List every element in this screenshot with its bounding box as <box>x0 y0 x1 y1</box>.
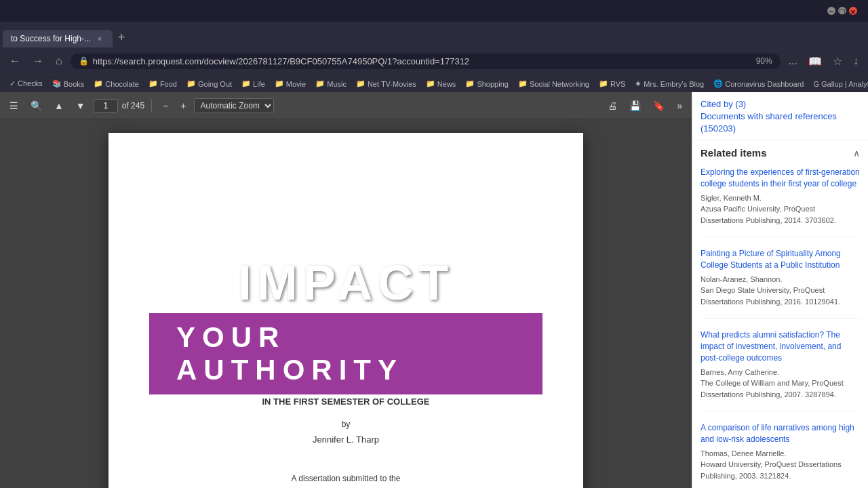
pdf-title-line3: IN THE FIRST SEMESTER OF COLLEGE <box>149 396 542 408</box>
related-item-3-publisher: Howard University, ProQuest Dissertation… <box>701 459 860 481</box>
pdf-page-input[interactable] <box>94 99 118 113</box>
bookmark-food[interactable]: 📁 Food <box>144 78 181 89</box>
related-item-0-title[interactable]: Exploring the experiences of first-gener… <box>701 167 860 190</box>
tab-bar: to Success for High-... × + <box>0 22 868 47</box>
bookmark-life[interactable]: 📁 Life <box>237 78 269 89</box>
home-button[interactable]: ⌂ <box>52 52 66 70</box>
pdf-viewer: ☰ 🔍 ▲ ▼ of 245 − + Automatic Zoom 🖨 💾 🔖 … <box>0 92 692 488</box>
bookmark-going-out[interactable]: 📁 Going Out <box>182 78 236 89</box>
pdf-toolbar: ☰ 🔍 ▲ ▼ of 245 − + Automatic Zoom 🖨 💾 🔖 … <box>0 92 692 119</box>
cited-by-link[interactable]: Cited by (3) <box>701 99 746 109</box>
bookmark-rvs[interactable]: 📁 RVS <box>595 78 629 89</box>
related-items-collapse-button[interactable]: ∧ <box>853 148 860 159</box>
bookmark-coronavirus[interactable]: 🌐 Coronavirus Dashboard <box>709 78 808 89</box>
pdf-more-button[interactable]: » <box>673 98 686 114</box>
bookmark-button[interactable]: ☆ <box>829 52 846 70</box>
url-input[interactable] <box>93 56 752 66</box>
related-item-1-publisher: San Diego State University, ProQuest Dis… <box>701 285 860 307</box>
pdf-submitted-line1: A dissertation submitted to the <box>149 472 542 487</box>
reader-view-button[interactable]: 📖 <box>804 52 826 70</box>
bookmark-music[interactable]: 📁 Music <box>311 78 351 89</box>
bookmark-gallup[interactable]: G Gallup | Analytics a... <box>809 79 868 89</box>
pdf-next-page[interactable]: ▼ <box>72 98 90 114</box>
zoom-level: 90% <box>756 56 772 66</box>
related-item-3: A comparison of life narratives among hi… <box>701 422 860 488</box>
pdf-zoom-in[interactable]: + <box>176 98 190 114</box>
tab-label: to Success for High-... <box>11 34 91 43</box>
pdf-sidebar-toggle[interactable]: ☰ <box>5 98 22 114</box>
related-items-title: Related items <box>701 147 767 159</box>
pdf-by-label: by <box>149 420 542 429</box>
pdf-page: IMPACT YOUR AUTHORITY AZUSA PACIFIC UNIV… <box>108 133 583 488</box>
related-items-header: Related items ∧ <box>701 147 860 159</box>
maximize-button[interactable]: □ <box>838 7 846 15</box>
bookmark-movie[interactable]: 📁 Movie <box>271 78 310 89</box>
bookmarks-checks[interactable]: ✓ Checks <box>5 78 47 89</box>
title-bar-controls: − □ × <box>827 7 857 15</box>
related-item-2-author: Barnes, Amy Catherine. <box>701 367 860 378</box>
related-item-0: Exploring the experiences of first-gener… <box>701 167 860 237</box>
lock-icon: 🔒 <box>79 56 89 66</box>
bookmark-embry-blog[interactable]: ★ Mrs. Embry's Blog <box>631 78 708 89</box>
close-button[interactable]: × <box>849 7 857 15</box>
bookmark-shopping[interactable]: 📁 Shopping <box>461 78 513 89</box>
related-item-2-title[interactable]: What predicts alumni satisfaction? The i… <box>701 329 860 363</box>
pdf-content[interactable]: IMPACT YOUR AUTHORITY AZUSA PACIFIC UNIV… <box>0 119 692 488</box>
related-items-section: Related items ∧ Exploring the experience… <box>692 140 868 488</box>
related-item-1-author: Nolan-Aranez, Shannon. <box>701 274 860 285</box>
nav-extras: ... 📖 ☆ ↓ <box>785 52 863 70</box>
browser-chrome: − □ × to Success for High-... × + ← → ⌂ … <box>0 0 868 92</box>
download-button[interactable]: ↓ <box>849 52 863 70</box>
minimize-button[interactable]: − <box>827 7 835 15</box>
pdf-author: Jennifer L. Tharp <box>149 434 542 445</box>
pdf-authority-text: YOUR AUTHORITY <box>176 321 515 386</box>
title-bar: − □ × <box>0 0 868 22</box>
tab-close-button[interactable]: × <box>95 34 104 43</box>
bookmark-social[interactable]: 📁 Social Networking <box>514 78 593 89</box>
bookmark-books[interactable]: 📚 Books <box>48 78 89 89</box>
pdf-authority-banner: YOUR AUTHORITY <box>149 313 542 394</box>
new-tab-button[interactable]: + <box>113 28 131 47</box>
right-sidebar: Cited by (3) Documents with shared refer… <box>692 92 868 488</box>
related-item-3-author: Thomas, Denee Marrielle. <box>701 448 860 460</box>
forward-button[interactable]: → <box>28 52 47 70</box>
pdf-separator-1 <box>151 99 152 113</box>
pdf-overlay: IMPACT YOUR AUTHORITY <box>149 255 542 394</box>
related-item-1-title[interactable]: Painting a Picture of Spirituality Among… <box>701 248 860 271</box>
pdf-impact-text: IMPACT <box>238 255 454 310</box>
sidebar-top: Cited by (3) Documents with shared refer… <box>692 92 868 140</box>
shared-refs-link[interactable]: Documents with shared references (150203… <box>701 111 837 134</box>
pdf-zoom-out[interactable]: − <box>159 98 172 114</box>
more-button[interactable]: ... <box>785 52 802 70</box>
pdf-zoom-select[interactable]: Automatic Zoom <box>194 98 274 113</box>
pdf-bookmark-button[interactable]: 🔖 <box>649 98 669 114</box>
related-item-0-publisher: Azusa Pacific University, ProQuest Disse… <box>701 203 860 226</box>
pdf-submitted: A dissertation submitted to the School o… <box>149 472 542 488</box>
pdf-prev-page[interactable]: ▲ <box>50 98 68 114</box>
pdf-search-button[interactable]: 🔍 <box>26 98 46 114</box>
related-item-2-publisher: The College of William and Mary, ProQues… <box>701 378 860 400</box>
related-item-2: What predicts alumni satisfaction? The i… <box>701 329 860 411</box>
bookmark-nettv[interactable]: 📁 Net TV-Movies <box>352 78 420 89</box>
bookmark-news[interactable]: 📁 News <box>422 78 460 89</box>
pdf-print-button[interactable]: 🖨 <box>604 98 621 114</box>
bookmarks-bar: ✓ Checks 📚 Books 📁 Chocolate 📁 Food 📁 Go… <box>0 75 868 92</box>
pdf-page-total-label: of 245 <box>122 101 144 110</box>
related-item-3-title[interactable]: A comparison of life narratives among hi… <box>701 422 860 445</box>
pdf-save-button[interactable]: 💾 <box>625 98 645 114</box>
url-bar-container: 🔒 90% <box>71 54 781 69</box>
related-item-0-author: Sigler, Kenneth M. <box>701 192 860 204</box>
related-item-1: Painting a Picture of Spirituality Among… <box>701 248 860 319</box>
bookmark-chocolate[interactable]: 📁 Chocolate <box>90 78 143 89</box>
active-tab[interactable]: to Success for High-... × <box>3 30 113 47</box>
main-area: ☰ 🔍 ▲ ▼ of 245 − + Automatic Zoom 🖨 💾 🔖 … <box>0 92 868 488</box>
back-button[interactable]: ← <box>5 52 24 70</box>
nav-bar: ← → ⌂ 🔒 90% ... 📖 ☆ ↓ <box>0 47 868 75</box>
